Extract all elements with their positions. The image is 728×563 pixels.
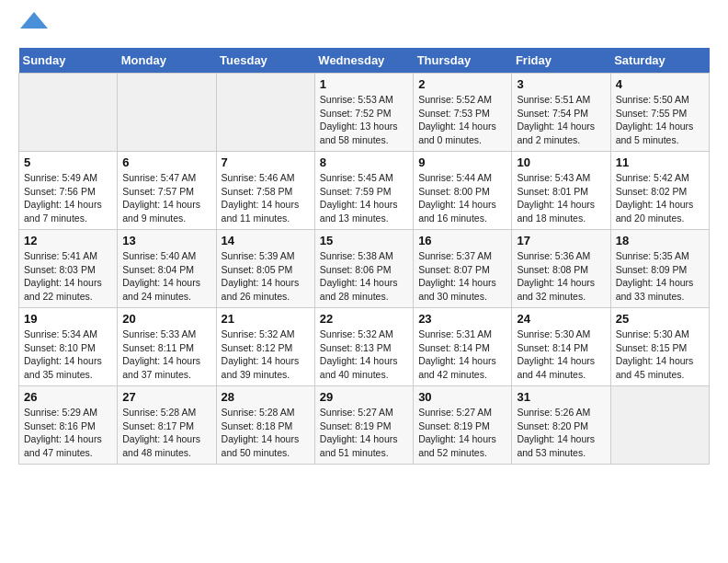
day-number: 16 bbox=[418, 234, 506, 247]
column-header-monday: Monday bbox=[118, 48, 216, 74]
calendar-cell: 25Sunrise: 5:30 AM Sunset: 8:15 PM Dayli… bbox=[610, 308, 709, 386]
column-header-wednesday: Wednesday bbox=[314, 48, 413, 74]
calendar-cell: 7Sunrise: 5:46 AM Sunset: 7:58 PM Daylig… bbox=[216, 152, 314, 230]
calendar-cell: 19Sunrise: 5:34 AM Sunset: 8:10 PM Dayli… bbox=[19, 308, 118, 386]
day-number: 30 bbox=[418, 390, 506, 404]
day-number: 28 bbox=[222, 390, 310, 404]
day-number: 17 bbox=[517, 234, 605, 247]
day-number: 18 bbox=[616, 234, 704, 247]
calendar-cell: 27Sunrise: 5:28 AM Sunset: 8:17 PM Dayli… bbox=[118, 386, 216, 465]
calendar-week-1: 1Sunrise: 5:53 AM Sunset: 7:52 PM Daylig… bbox=[19, 74, 710, 152]
day-content: Sunrise: 5:44 AM Sunset: 8:00 PM Dayligh… bbox=[418, 171, 506, 225]
calendar-cell: 1Sunrise: 5:53 AM Sunset: 7:52 PM Daylig… bbox=[314, 74, 413, 152]
day-number: 4 bbox=[616, 77, 704, 91]
page-header bbox=[18, 18, 710, 39]
calendar-week-5: 26Sunrise: 5:29 AM Sunset: 8:16 PM Dayli… bbox=[19, 386, 710, 465]
calendar-cell: 15Sunrise: 5:38 AM Sunset: 8:06 PM Dayli… bbox=[314, 230, 413, 308]
day-number: 19 bbox=[24, 312, 112, 326]
day-content: Sunrise: 5:42 AM Sunset: 8:02 PM Dayligh… bbox=[616, 171, 704, 225]
calendar-cell bbox=[216, 74, 314, 152]
calendar-cell: 10Sunrise: 5:43 AM Sunset: 8:01 PM Dayli… bbox=[512, 152, 610, 230]
day-content: Sunrise: 5:41 AM Sunset: 8:03 PM Dayligh… bbox=[24, 249, 112, 304]
column-header-tuesday: Tuesday bbox=[216, 48, 314, 74]
calendar-cell: 5Sunrise: 5:49 AM Sunset: 7:56 PM Daylig… bbox=[19, 152, 118, 230]
calendar-cell: 3Sunrise: 5:51 AM Sunset: 7:54 PM Daylig… bbox=[512, 74, 610, 152]
day-number: 7 bbox=[222, 155, 310, 169]
day-content: Sunrise: 5:45 AM Sunset: 7:59 PM Dayligh… bbox=[320, 171, 408, 225]
calendar-cell: 17Sunrise: 5:36 AM Sunset: 8:08 PM Dayli… bbox=[512, 230, 610, 308]
calendar-cell: 4Sunrise: 5:50 AM Sunset: 7:55 PM Daylig… bbox=[610, 74, 709, 152]
day-content: Sunrise: 5:35 AM Sunset: 8:09 PM Dayligh… bbox=[616, 249, 704, 304]
day-number: 2 bbox=[418, 77, 506, 91]
day-content: Sunrise: 5:29 AM Sunset: 8:16 PM Dayligh… bbox=[24, 406, 112, 460]
day-number: 6 bbox=[122, 155, 210, 169]
day-number: 12 bbox=[24, 234, 112, 247]
day-content: Sunrise: 5:38 AM Sunset: 8:06 PM Dayligh… bbox=[320, 249, 408, 304]
day-content: Sunrise: 5:52 AM Sunset: 7:53 PM Dayligh… bbox=[418, 93, 506, 147]
column-header-saturday: Saturday bbox=[610, 48, 709, 74]
day-content: Sunrise: 5:49 AM Sunset: 7:56 PM Dayligh… bbox=[24, 171, 112, 225]
calendar-cell: 16Sunrise: 5:37 AM Sunset: 8:07 PM Dayli… bbox=[414, 230, 512, 308]
day-number: 9 bbox=[418, 155, 506, 169]
calendar-cell: 20Sunrise: 5:33 AM Sunset: 8:11 PM Dayli… bbox=[118, 308, 216, 386]
day-content: Sunrise: 5:39 AM Sunset: 8:05 PM Dayligh… bbox=[222, 249, 310, 304]
day-number: 22 bbox=[320, 312, 408, 326]
calendar-cell: 29Sunrise: 5:27 AM Sunset: 8:19 PM Dayli… bbox=[314, 386, 413, 465]
calendar-cell: 23Sunrise: 5:31 AM Sunset: 8:14 PM Dayli… bbox=[414, 308, 512, 386]
day-content: Sunrise: 5:28 AM Sunset: 8:18 PM Dayligh… bbox=[222, 406, 310, 460]
day-number: 5 bbox=[24, 155, 112, 169]
calendar-cell: 13Sunrise: 5:40 AM Sunset: 8:04 PM Dayli… bbox=[118, 230, 216, 308]
calendar-cell: 11Sunrise: 5:42 AM Sunset: 8:02 PM Dayli… bbox=[610, 152, 709, 230]
day-content: Sunrise: 5:31 AM Sunset: 8:14 PM Dayligh… bbox=[418, 327, 506, 382]
day-content: Sunrise: 5:27 AM Sunset: 8:19 PM Dayligh… bbox=[418, 406, 506, 460]
day-number: 3 bbox=[517, 77, 605, 91]
day-content: Sunrise: 5:36 AM Sunset: 8:08 PM Dayligh… bbox=[517, 249, 605, 304]
svg-marker-0 bbox=[20, 12, 48, 29]
day-number: 20 bbox=[122, 312, 210, 326]
day-number: 14 bbox=[222, 234, 310, 247]
calendar-cell: 24Sunrise: 5:30 AM Sunset: 8:14 PM Dayli… bbox=[512, 308, 610, 386]
day-content: Sunrise: 5:33 AM Sunset: 8:11 PM Dayligh… bbox=[122, 327, 210, 382]
calendar-header-row: SundayMondayTuesdayWednesdayThursdayFrid… bbox=[19, 48, 710, 74]
day-content: Sunrise: 5:47 AM Sunset: 7:57 PM Dayligh… bbox=[122, 171, 210, 225]
calendar-cell: 28Sunrise: 5:28 AM Sunset: 8:18 PM Dayli… bbox=[216, 386, 314, 465]
logo bbox=[18, 18, 48, 39]
calendar-cell: 6Sunrise: 5:47 AM Sunset: 7:57 PM Daylig… bbox=[118, 152, 216, 230]
day-content: Sunrise: 5:27 AM Sunset: 8:19 PM Dayligh… bbox=[320, 406, 408, 460]
day-number: 10 bbox=[517, 155, 605, 169]
day-content: Sunrise: 5:50 AM Sunset: 7:55 PM Dayligh… bbox=[616, 93, 704, 147]
calendar-week-2: 5Sunrise: 5:49 AM Sunset: 7:56 PM Daylig… bbox=[19, 152, 710, 230]
column-header-sunday: Sunday bbox=[19, 48, 118, 74]
day-number: 11 bbox=[616, 155, 704, 169]
day-content: Sunrise: 5:26 AM Sunset: 8:20 PM Dayligh… bbox=[517, 406, 605, 460]
day-number: 24 bbox=[517, 312, 605, 326]
day-content: Sunrise: 5:34 AM Sunset: 8:10 PM Dayligh… bbox=[24, 327, 112, 382]
day-number: 15 bbox=[320, 234, 408, 247]
column-header-friday: Friday bbox=[512, 48, 610, 74]
day-number: 25 bbox=[616, 312, 704, 326]
column-header-thursday: Thursday bbox=[414, 48, 512, 74]
day-content: Sunrise: 5:40 AM Sunset: 8:04 PM Dayligh… bbox=[122, 249, 210, 304]
day-content: Sunrise: 5:30 AM Sunset: 8:14 PM Dayligh… bbox=[517, 327, 605, 382]
day-content: Sunrise: 5:32 AM Sunset: 8:12 PM Dayligh… bbox=[222, 327, 310, 382]
day-number: 23 bbox=[418, 312, 506, 326]
day-number: 21 bbox=[222, 312, 310, 326]
day-content: Sunrise: 5:53 AM Sunset: 7:52 PM Dayligh… bbox=[320, 93, 408, 147]
calendar-cell: 21Sunrise: 5:32 AM Sunset: 8:12 PM Dayli… bbox=[216, 308, 314, 386]
day-number: 27 bbox=[122, 390, 210, 404]
calendar-cell: 9Sunrise: 5:44 AM Sunset: 8:00 PM Daylig… bbox=[414, 152, 512, 230]
day-content: Sunrise: 5:28 AM Sunset: 8:17 PM Dayligh… bbox=[122, 406, 210, 460]
calendar-table: SundayMondayTuesdayWednesdayThursdayFrid… bbox=[18, 48, 710, 465]
day-number: 29 bbox=[320, 390, 408, 404]
day-number: 13 bbox=[122, 234, 210, 247]
calendar-cell bbox=[118, 74, 216, 152]
day-number: 31 bbox=[517, 390, 605, 404]
calendar-cell: 30Sunrise: 5:27 AM Sunset: 8:19 PM Dayli… bbox=[414, 386, 512, 465]
day-number: 8 bbox=[320, 155, 408, 169]
calendar-cell: 8Sunrise: 5:45 AM Sunset: 7:59 PM Daylig… bbox=[314, 152, 413, 230]
calendar-cell: 2Sunrise: 5:52 AM Sunset: 7:53 PM Daylig… bbox=[414, 74, 512, 152]
day-content: Sunrise: 5:32 AM Sunset: 8:13 PM Dayligh… bbox=[320, 327, 408, 382]
calendar-week-3: 12Sunrise: 5:41 AM Sunset: 8:03 PM Dayli… bbox=[19, 230, 710, 308]
calendar-cell: 14Sunrise: 5:39 AM Sunset: 8:05 PM Dayli… bbox=[216, 230, 314, 308]
day-content: Sunrise: 5:51 AM Sunset: 7:54 PM Dayligh… bbox=[517, 93, 605, 147]
